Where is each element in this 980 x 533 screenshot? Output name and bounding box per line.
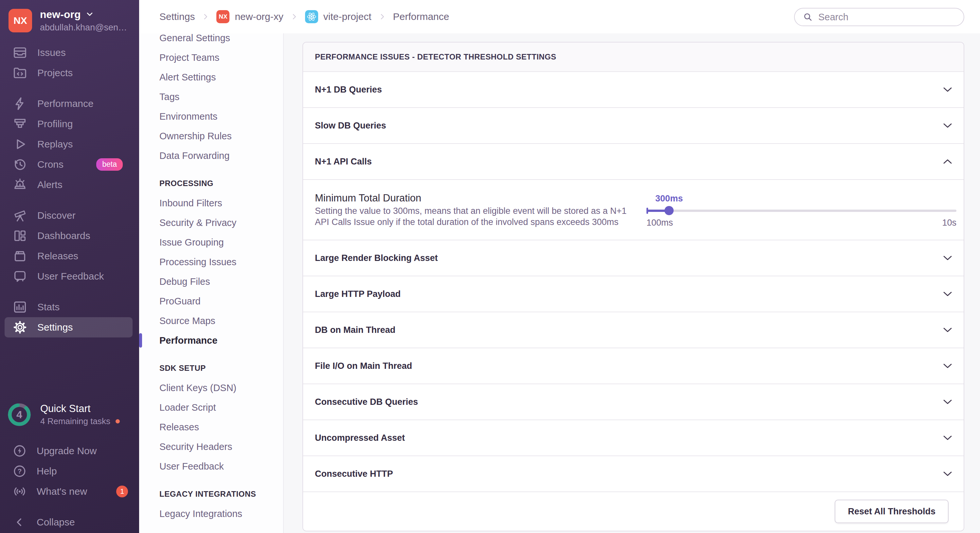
snav-item-label: Releases bbox=[159, 422, 199, 433]
sidebar-item-alerts[interactable]: Alerts bbox=[5, 174, 132, 195]
quick-start-subtitle: 4 Remaining tasks bbox=[40, 416, 120, 427]
sidebar-item-issues[interactable]: Issues bbox=[5, 43, 132, 63]
sidebar-item-performance[interactable]: Performance bbox=[5, 94, 132, 114]
detector-label: Large HTTP Payload bbox=[315, 289, 401, 299]
chevron-down-icon bbox=[943, 291, 953, 297]
progress-ring-icon: 4 bbox=[7, 402, 32, 427]
snav-item-legacy-integrations[interactable]: Legacy Integrations bbox=[139, 504, 283, 523]
sidebar-item-upgrade-now[interactable]: Upgrade Now bbox=[0, 441, 139, 461]
detector-row-consecutive-db-queries[interactable]: Consecutive DB Queries bbox=[303, 384, 964, 420]
snav-item-user-feedback[interactable]: User Feedback bbox=[139, 457, 283, 476]
notification-dot bbox=[116, 419, 120, 424]
chevron-down-icon bbox=[943, 435, 953, 441]
detector-label: N+1 API Calls bbox=[315, 157, 372, 167]
sidebar-item-label: Releases bbox=[37, 251, 78, 262]
breadcrumb-item-vite-project[interactable]: vite-project bbox=[305, 10, 372, 23]
sidebar-item-user-feedback[interactable]: User Feedback bbox=[5, 266, 132, 286]
snav-item-security-privacy[interactable]: Security & Privacy bbox=[139, 213, 283, 233]
snav-item-environments[interactable]: Environments bbox=[139, 106, 283, 126]
chevron-down-icon bbox=[943, 471, 953, 477]
sidebar-item-profiling[interactable]: Profiling bbox=[5, 114, 132, 134]
snav-item-label: Performance bbox=[159, 335, 217, 346]
sidebar-item-label: Profiling bbox=[37, 118, 73, 130]
quick-start-count: 4 bbox=[7, 402, 32, 427]
breadcrumb-item-new-org-xy[interactable]: NXnew-org-xy bbox=[216, 10, 283, 23]
detector-label: Consecutive DB Queries bbox=[315, 397, 418, 407]
snav-item-data-forwarding[interactable]: Data Forwarding bbox=[139, 146, 283, 165]
chevron-down-icon bbox=[943, 255, 953, 261]
org-user-email: abdullah.khan@sen… bbox=[40, 22, 127, 33]
sidebar-item-dashboards[interactable]: Dashboards bbox=[5, 225, 132, 246]
org-meta: new-org abdullah.khan@sen… bbox=[40, 8, 127, 33]
sidebar-item-help[interactable]: ?Help bbox=[0, 461, 139, 481]
snav-item-releases[interactable]: Releases bbox=[139, 417, 283, 437]
sidebar-collapse-button[interactable]: Collapse bbox=[0, 512, 139, 532]
snav-item-client-keys-dsn[interactable]: Client Keys (DSN) bbox=[139, 378, 283, 398]
search-box[interactable] bbox=[794, 8, 964, 26]
slider-handle[interactable] bbox=[665, 206, 674, 215]
slider-track[interactable] bbox=[646, 209, 956, 213]
snav-item-label: General Settings bbox=[159, 33, 230, 43]
reset-all-thresholds-button[interactable]: Reset All Thresholds bbox=[835, 500, 948, 523]
snav-item-label: Issue Grouping bbox=[159, 237, 224, 248]
sidebar-item-what-s-new[interactable]: What's new1 bbox=[0, 481, 139, 501]
quick-start-item[interactable]: 4 Quick Start 4 Remaining tasks bbox=[0, 398, 139, 431]
snav-item-loader-script[interactable]: Loader Script bbox=[139, 398, 283, 417]
snav-item-label: Project Teams bbox=[159, 52, 219, 63]
detector-row-file-i-o-on-main-thread[interactable]: File I/O on Main Thread bbox=[303, 348, 964, 384]
sidebar-item-crons[interactable]: Cronsbeta bbox=[5, 154, 132, 174]
org-switcher[interactable]: NX new-org abdullah.khan@sen… bbox=[0, 0, 139, 33]
upgrade-icon bbox=[13, 444, 27, 458]
chevron-up-icon bbox=[943, 158, 953, 165]
panel-header: PERFORMANCE ISSUES - DETECTOR THRESHOLD … bbox=[303, 43, 964, 72]
detector-label: Large Render Blocking Asset bbox=[315, 253, 438, 263]
detector-settings-panel: PERFORMANCE ISSUES - DETECTOR THRESHOLD … bbox=[302, 42, 964, 531]
breadcrumb-label: vite-project bbox=[323, 11, 372, 22]
chevron-down-icon bbox=[943, 122, 953, 129]
react-icon bbox=[305, 10, 318, 23]
sidebar-item-label: Replays bbox=[37, 139, 73, 150]
sidebar-item-stats[interactable]: Stats bbox=[5, 297, 132, 317]
snav-item-processing-issues[interactable]: Processing Issues bbox=[139, 252, 283, 272]
sidebar-bottom: 4 Quick Start 4 Remaining tasks Upgrade … bbox=[0, 398, 139, 533]
snav-item-security-headers[interactable]: Security Headers bbox=[139, 437, 283, 457]
snav-item-inbound-filters[interactable]: Inbound Filters bbox=[139, 193, 283, 213]
detector-row-n-1-api-calls[interactable]: N+1 API Calls bbox=[303, 144, 964, 180]
snav-item-label: Security Headers bbox=[159, 441, 232, 452]
snav-item-label: Data Forwarding bbox=[159, 151, 229, 161]
detector-row-n-1-db-queries[interactable]: N+1 DB Queries bbox=[303, 72, 964, 108]
detector-row-large-http-payload[interactable]: Large HTTP Payload bbox=[303, 276, 964, 312]
snav-item-proguard[interactable]: ProGuard bbox=[139, 291, 283, 311]
detector-row-large-render-blocking-asset[interactable]: Large Render Blocking Asset bbox=[303, 240, 964, 276]
detector-row-uncompressed-asset[interactable]: Uncompressed Asset bbox=[303, 420, 964, 456]
breadcrumb-item-settings[interactable]: Settings bbox=[159, 11, 195, 22]
snav-item-project-teams[interactable]: Project Teams bbox=[139, 48, 283, 67]
detector-row-db-on-main-thread[interactable]: DB on Main Thread bbox=[303, 312, 964, 348]
nav-group-spacer bbox=[0, 286, 139, 297]
detector-row-slow-db-queries[interactable]: Slow DB Queries bbox=[303, 108, 964, 144]
search-input[interactable] bbox=[818, 12, 956, 22]
snav-item-issue-grouping[interactable]: Issue Grouping bbox=[139, 233, 283, 252]
snav-item-source-maps[interactable]: Source Maps bbox=[139, 311, 283, 331]
active-indicator bbox=[139, 333, 142, 347]
snav-item-label: Client Keys (DSN) bbox=[159, 382, 236, 393]
snav-item-debug-files[interactable]: Debug Files bbox=[139, 272, 283, 291]
chevron-right-sep-icon bbox=[378, 13, 387, 21]
chevron-right-sep-icon bbox=[290, 13, 299, 21]
snav-item-tags[interactable]: Tags bbox=[139, 87, 283, 106]
snav-item-label: Processing Issues bbox=[159, 257, 236, 268]
sidebar-item-discover[interactable]: Discover bbox=[5, 205, 132, 225]
snav-item-alert-settings[interactable]: Alert Settings bbox=[139, 67, 283, 87]
sidebar-item-settings[interactable]: Settings bbox=[5, 317, 132, 338]
breadcrumb-item-performance[interactable]: Performance bbox=[393, 11, 449, 22]
sidebar-item-projects[interactable]: Projects bbox=[5, 63, 132, 83]
detector-row-consecutive-http[interactable]: Consecutive HTTP bbox=[303, 456, 964, 492]
sidebar-item-releases[interactable]: Releases bbox=[5, 246, 132, 266]
breadcrumb-label: new-org-xy bbox=[235, 11, 283, 22]
sidebar-item-replays[interactable]: Replays bbox=[5, 134, 132, 154]
snav-item-label: Alert Settings bbox=[159, 72, 216, 83]
search-icon bbox=[803, 12, 813, 22]
sidebar-item-label: What's new bbox=[37, 486, 87, 497]
snav-item-performance[interactable]: Performance bbox=[139, 331, 283, 350]
snav-item-ownership-rules[interactable]: Ownership Rules bbox=[139, 126, 283, 146]
